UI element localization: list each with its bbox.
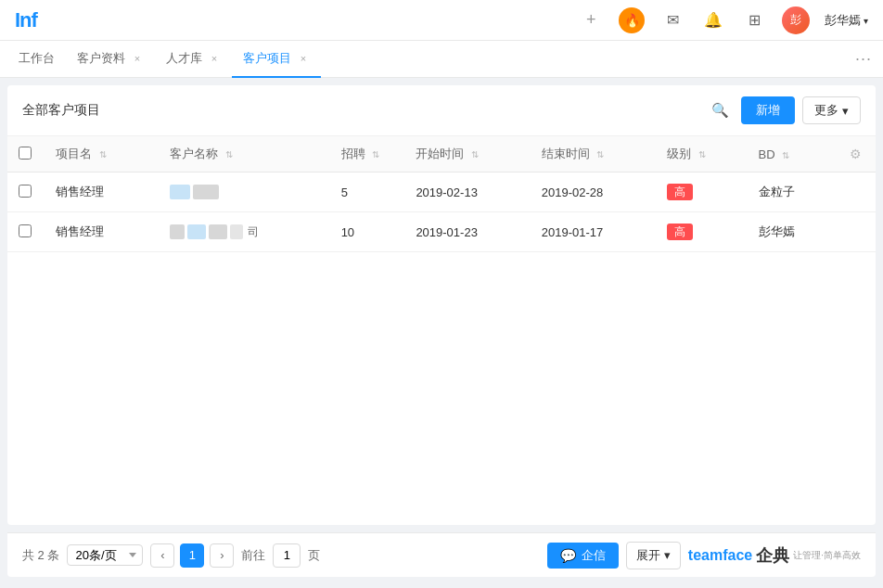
table-settings-icon[interactable]: ⚙ <box>850 147 862 161</box>
tabs-more-button[interactable]: ··· <box>855 49 872 69</box>
tabs-bar: 工作台 客户资料 × 人才库 × 客户项目 × ··· <box>0 41 883 78</box>
main-content: 全部客户项目 🔍 新增 更多 ▾ 项目名 ⇅ <box>7 85 876 525</box>
username[interactable]: 彭华嫣 <box>825 12 868 29</box>
col-header-customer: 客户名称 <box>170 147 218 160</box>
select-all-checkbox[interactable] <box>19 147 32 160</box>
top-nav-right: + 🔥 ✉ 🔔 ⊞ 彭 彭华嫣 <box>578 6 868 34</box>
app-logo: Inf <box>15 8 37 32</box>
more-button[interactable]: 更多 ▾ <box>802 96 861 124</box>
col-header-level: 级别 <box>667 147 691 160</box>
goto-suffix: 页 <box>308 547 320 564</box>
sort-level-icon[interactable]: ⇅ <box>698 149 706 160</box>
add-icon[interactable]: + <box>578 7 604 33</box>
cell-project-name-1: 销售经理 <box>45 173 159 212</box>
data-table: 项目名 ⇅ 客户名称 ⇅ 招聘 ⇅ 开始时间 ⇅ <box>7 136 876 252</box>
table-row: 销售经理 5 2019-02-13 2019-02-28 高 金粒子 <box>7 173 876 212</box>
per-page-select[interactable]: 20条/页 10条/页 50条/页 100条/页 <box>67 544 143 566</box>
add-button[interactable]: 新增 <box>741 96 795 124</box>
close-customer-project-tab[interactable]: × <box>297 52 310 65</box>
col-header-start: 开始时间 <box>416 147 464 160</box>
cell-customer-2: 司 <box>170 224 319 240</box>
cell-level-2: 高 <box>667 224 693 240</box>
footer-right: 💬 企信 展开 ▾ teamface 企典 让管理·简单高效 <box>547 542 861 569</box>
sort-end-icon[interactable]: ⇅ <box>596 149 604 160</box>
tab-customer-project[interactable]: 客户项目 × <box>232 41 321 78</box>
col-header-name: 项目名 <box>56 147 92 160</box>
close-customer-info-tab[interactable]: × <box>131 52 144 65</box>
total-count: 共 2 条 <box>22 547 59 564</box>
qixin-button[interactable]: 💬 企信 <box>547 543 619 569</box>
table-wrapper: 项目名 ⇅ 客户名称 ⇅ 招聘 ⇅ 开始时间 ⇅ <box>7 136 876 525</box>
grid-icon[interactable]: ⊞ <box>741 7 767 33</box>
row-checkbox-1[interactable] <box>19 185 32 198</box>
cell-customer-1 <box>170 185 319 199</box>
cell-bd-2: 彭华嫣 <box>748 212 838 252</box>
col-header-end: 结束时间 <box>542 147 590 160</box>
footer: 共 2 条 20条/页 10条/页 50条/页 100条/页 ‹ 1 › 前往 … <box>7 532 876 577</box>
cell-level-1: 高 <box>667 184 693 200</box>
fire-icon[interactable]: 🔥 <box>619 7 645 33</box>
goto-page-input[interactable] <box>273 543 301 568</box>
cell-recruit-2: 10 <box>330 212 405 252</box>
search-button[interactable]: 🔍 <box>706 96 734 124</box>
mail-icon[interactable]: ✉ <box>659 7 685 33</box>
brand-logo: teamface <box>688 547 752 564</box>
next-page-button[interactable]: › <box>210 543 234 568</box>
tab-customer-info[interactable]: 客户资料 × <box>66 41 155 78</box>
sort-name-icon[interactable]: ⇅ <box>99 149 107 160</box>
row-checkbox-2[interactable] <box>19 224 32 237</box>
cell-start-1: 2019-02-13 <box>404 173 530 212</box>
col-header-bd: BD <box>759 147 775 161</box>
toolbar: 全部客户项目 🔍 新增 更多 ▾ <box>7 85 876 136</box>
current-page[interactable]: 1 <box>180 543 204 568</box>
toolbar-right: 🔍 新增 更多 ▾ <box>706 96 861 124</box>
table-row: 销售经理 司 10 2019-01-23 2019-01-17 高 <box>7 212 876 252</box>
close-talent-pool-tab[interactable]: × <box>208 52 221 65</box>
page-title: 全部客户项目 <box>22 102 100 119</box>
sort-customer-icon[interactable]: ⇅ <box>225 149 233 160</box>
tab-workbench[interactable]: 工作台 <box>7 41 66 78</box>
footer-left: 共 2 条 20条/页 10条/页 50条/页 100条/页 ‹ 1 › 前往 … <box>22 543 320 568</box>
pagination: ‹ 1 › <box>150 543 234 568</box>
sort-start-icon[interactable]: ⇅ <box>471 149 479 160</box>
prev-page-button[interactable]: ‹ <box>150 543 174 568</box>
cell-end-2: 2019-01-17 <box>531 212 656 252</box>
bell-icon[interactable]: 🔔 <box>700 7 726 33</box>
cell-end-1: 2019-02-28 <box>531 173 656 212</box>
sort-bd-icon[interactable]: ⇅ <box>782 150 789 160</box>
cell-start-2: 2019-01-23 <box>404 212 530 252</box>
brand-sub: 让管理·简单高效 <box>793 550 861 561</box>
avatar[interactable]: 彭 <box>782 6 810 34</box>
brand: teamface 企典 让管理·简单高效 <box>688 544 861 567</box>
sort-recruit-icon[interactable]: ⇅ <box>372 149 379 160</box>
cell-recruit-1: 5 <box>330 173 405 212</box>
goto-prefix: 前往 <box>241 547 265 564</box>
col-header-recruit: 招聘 <box>341 147 365 160</box>
cell-project-name-2: 销售经理 <box>45 212 159 252</box>
brand-ent: 企典 <box>756 544 789 567</box>
expand-button[interactable]: 展开 ▾ <box>626 542 681 569</box>
cell-bd-1: 金粒子 <box>748 173 838 212</box>
tab-talent-pool[interactable]: 人才库 × <box>155 41 232 78</box>
